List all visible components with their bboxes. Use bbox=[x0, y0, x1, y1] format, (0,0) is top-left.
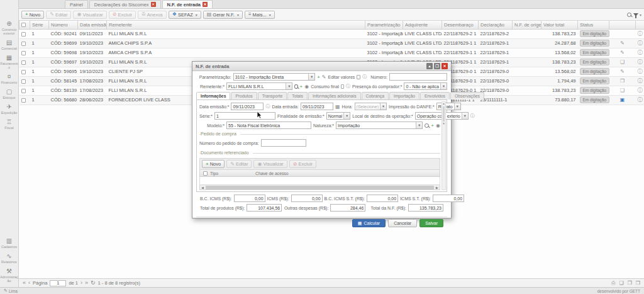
sidebar-item-expedi-o[interactable]: ✈Expedição bbox=[0, 104, 19, 115]
add-icon[interactable]: + bbox=[317, 74, 320, 80]
chevron-down-icon[interactable]: ▼ bbox=[380, 103, 386, 110]
tab-declara-es-do-siscomex[interactable]: Declarações do Siscomex✕ bbox=[89, 0, 161, 8]
add-icon[interactable]: + bbox=[431, 123, 434, 128]
info-icon[interactable]: ⓘ bbox=[638, 88, 643, 93]
prev-page-button[interactable]: ‹ bbox=[28, 280, 30, 286]
editar-valores-checkbox[interactable] bbox=[357, 75, 360, 79]
consumo-final-checkbox[interactable] bbox=[341, 84, 344, 89]
chevron-down-icon[interactable]: ▼ bbox=[416, 122, 422, 128]
info-icon[interactable]: ⓘ bbox=[638, 69, 643, 74]
icms-input[interactable] bbox=[291, 195, 323, 202]
numero-input[interactable] bbox=[389, 73, 447, 81]
info-icon[interactable]: ⓘ bbox=[638, 31, 643, 37]
page-input[interactable] bbox=[50, 280, 66, 286]
info-icon[interactable]: ⓘ bbox=[638, 97, 643, 103]
search-icon[interactable] bbox=[294, 84, 297, 89]
table-row[interactable]: 1CÓD: 9024109/11/2023FLLI MILAN S.R.L310… bbox=[19, 29, 644, 38]
modal-tab-totais[interactable]: Totais bbox=[287, 92, 308, 99]
next-page-button[interactable]: › bbox=[80, 280, 82, 286]
add-icon[interactable]: + bbox=[300, 84, 303, 89]
modal-tab-cobran-a[interactable]: Cobrança bbox=[362, 92, 389, 99]
hora-select[interactable]: (Selecione) ▼ bbox=[355, 103, 387, 110]
eye-icon[interactable]: ◉ bbox=[304, 84, 309, 89]
export-pdf-icon[interactable]: ❏ bbox=[619, 280, 623, 286]
row-checkbox[interactable] bbox=[21, 32, 26, 37]
chevron-down-icon[interactable]: ▼ bbox=[343, 113, 350, 119]
note-icon[interactable]: ✎ bbox=[620, 50, 625, 55]
bc-icms-st-input[interactable] bbox=[367, 195, 398, 202]
presenca-comprador-select[interactable]: 0 - Não se aplica ▼ bbox=[404, 82, 447, 90]
table-row[interactable]: 1CÓD: 5969919/10/2023AMICA CHIPS S.P.A31… bbox=[19, 38, 644, 48]
sidebar-item-cadastros[interactable]: ▥Cadastros bbox=[0, 238, 19, 249]
search-icon[interactable] bbox=[425, 123, 429, 128]
sefaz-button[interactable]: ❖SEFAZ▾ bbox=[169, 11, 201, 19]
new-button[interactable]: +Novo bbox=[21, 11, 44, 19]
row-checkbox[interactable] bbox=[21, 89, 26, 93]
close-icon[interactable]: ✕ bbox=[151, 2, 156, 7]
modal-tab-transporte[interactable]: Transporte bbox=[258, 92, 287, 99]
modal-tab-produtos[interactable]: Produtos bbox=[231, 92, 257, 99]
doc-icon[interactable]: ❏ bbox=[620, 59, 625, 65]
vertical-scrollbar[interactable]: ▲▼ bbox=[441, 101, 446, 190]
bc-icms-input[interactable] bbox=[234, 195, 265, 202]
modal-title-bar[interactable]: N.F. de entrada ▴ ❐ ✕ bbox=[192, 62, 451, 71]
icms-st-input[interactable] bbox=[433, 195, 464, 202]
chevron-down-icon[interactable]: ▼ bbox=[454, 103, 460, 110]
last-page-button[interactable]: » bbox=[85, 280, 88, 286]
row-checkbox[interactable] bbox=[21, 42, 26, 46]
row-checkbox[interactable] bbox=[21, 98, 26, 103]
salvar-button[interactable]: Salvar bbox=[419, 219, 443, 227]
outras-despesas-input[interactable] bbox=[330, 204, 365, 212]
filter-icon[interactable]: ▾ bbox=[633, 12, 641, 18]
finalidade-select[interactable]: Normal ▼ bbox=[326, 112, 351, 120]
select-all-checkbox[interactable] bbox=[203, 171, 208, 176]
info-icon[interactable]: ⓘ bbox=[638, 78, 643, 84]
close-icon[interactable]: ✕ bbox=[203, 2, 208, 7]
close-icon[interactable]: ✕ bbox=[441, 63, 448, 69]
sidebar-item-relat-rios[interactable]: ∿Relatórios bbox=[0, 253, 19, 264]
modal-tab-informa-es-adicionais[interactable]: Informações adicionais bbox=[308, 92, 361, 99]
total-produtos-input[interactable] bbox=[247, 204, 282, 212]
sidebar-item-administra-o[interactable]: ⚒Administração bbox=[0, 268, 19, 283]
modal-tab-informa-es[interactable]: Informações bbox=[196, 92, 230, 99]
sidebar-item-estoque[interactable]: ▢Estoque bbox=[0, 89, 19, 99]
chevron-down-icon[interactable]: ▼ bbox=[308, 74, 314, 80]
row-checkbox[interactable] bbox=[21, 70, 26, 74]
modal-tab-envolvidos[interactable]: Envolvidos bbox=[420, 92, 450, 99]
search-icon[interactable] bbox=[627, 13, 631, 17]
eye-icon[interactable]: ◉ bbox=[436, 123, 440, 128]
sidebar-item-comercial[interactable]: ▤Comercial bbox=[0, 40, 19, 50]
generate-nf-button[interactable]: ▤Gerar N.F.▾ bbox=[203, 11, 243, 19]
data-entrada-input[interactable] bbox=[301, 103, 333, 110]
sidebar-item-financeiro[interactable]: ¤Financeiro bbox=[0, 74, 19, 84]
row-checkbox[interactable] bbox=[21, 60, 26, 65]
doc-icon[interactable]: ❏ bbox=[620, 88, 625, 93]
note-icon[interactable]: ✎ bbox=[620, 40, 625, 46]
first-page-button[interactable]: « bbox=[23, 280, 26, 286]
modal-tab-importa-o[interactable]: Importação bbox=[389, 92, 419, 99]
row-checkbox[interactable] bbox=[21, 79, 26, 84]
tab-painel[interactable]: Painel bbox=[65, 0, 88, 8]
modal-tab-observa-es[interactable]: Observações bbox=[450, 92, 484, 99]
chevron-down-icon[interactable]: ▼ bbox=[286, 83, 292, 89]
export-xls-icon[interactable]: ❐ bbox=[628, 280, 632, 286]
sidebar-item-com-rcio-exterior[interactable]: ⊕Comércio exterior bbox=[0, 21, 19, 35]
calendar-icon[interactable]: ▦ bbox=[335, 104, 340, 110]
more-button[interactable]: ≡Mais...▾ bbox=[245, 11, 275, 19]
print-icon[interactable]: ⎙ bbox=[611, 280, 615, 286]
calcular-button[interactable]: ▦ Calcular bbox=[352, 219, 386, 227]
parametrizacao-select[interactable]: 3102 - Importação Direta ▼ bbox=[233, 73, 315, 81]
remetente-select[interactable]: FLLI MILAN S.R.L ▼ bbox=[226, 82, 293, 90]
info-icon[interactable]: ⓘ bbox=[638, 40, 643, 46]
sidebar-item-faturamento[interactable]: ▦Faturamento bbox=[0, 55, 19, 69]
serie-input[interactable] bbox=[214, 112, 275, 120]
info-icon[interactable]: ⓘ bbox=[638, 50, 643, 55]
note-icon[interactable]: ✎ bbox=[620, 69, 625, 74]
blue-icon[interactable]: ▣ bbox=[620, 97, 625, 103]
chevron-down-icon[interactable]: ▼ bbox=[440, 83, 447, 89]
docref-new-button[interactable]: +Novo bbox=[202, 160, 225, 168]
select-all-checkbox[interactable] bbox=[19, 21, 30, 29]
page-icon[interactable]: ❒ bbox=[620, 78, 625, 84]
data-emissao-input[interactable] bbox=[231, 103, 264, 110]
pencil-icon[interactable]: ✎ bbox=[322, 74, 326, 80]
